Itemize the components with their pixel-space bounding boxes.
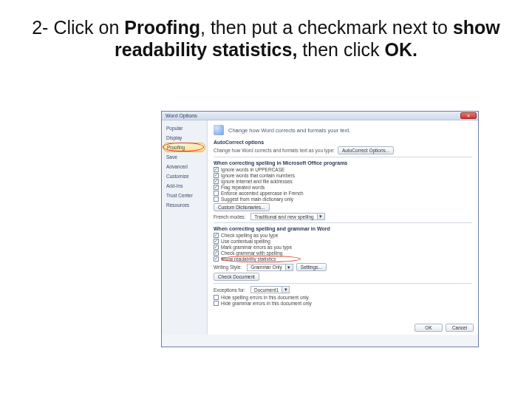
section1-title: When correcting spelling in Microsoft Of… xyxy=(214,160,472,166)
header-text: Change how Word corrects and formats you… xyxy=(228,127,350,134)
custom-dictionaries-button[interactable]: Custom Dictionaries... xyxy=(214,203,270,211)
settings-button[interactable]: Settings... xyxy=(296,263,327,271)
writing-style-dropdown[interactable]: Grammar Only ▾ xyxy=(247,264,293,271)
checkbox-french-accent[interactable] xyxy=(214,191,219,196)
checkbox-ignore-numbers[interactable] xyxy=(214,173,219,178)
checkbox-hide-spelling[interactable] xyxy=(214,295,219,300)
sidebar-item-display[interactable]: Display xyxy=(162,133,207,143)
checkbox-grammar-type[interactable] xyxy=(214,245,219,250)
word-options-dialog: Word Options × Popular Display Proofing … xyxy=(161,111,479,347)
exceptions-dropdown[interactable]: Document1 ▾ xyxy=(250,286,290,293)
french-modes-dropdown[interactable]: Traditional and new spelling ▾ xyxy=(250,213,324,220)
dialog-title: Word Options xyxy=(166,113,197,118)
checkbox-check-spelling[interactable] xyxy=(214,233,219,238)
exceptions-label: Exceptions for: xyxy=(214,287,245,293)
sidebar-item-trust-center[interactable]: Trust Center xyxy=(162,191,207,200)
close-button[interactable]: × xyxy=(460,112,477,119)
readability-label: Show readability statistics xyxy=(221,256,276,262)
checkbox-ignore-urls[interactable] xyxy=(214,179,219,184)
check-document-button[interactable]: Check Document xyxy=(214,273,259,281)
sidebar-item-popular[interactable]: Popular xyxy=(162,123,207,133)
sidebar-item-addins[interactable]: Add-Ins xyxy=(162,181,207,191)
sidebar-item-proofing[interactable]: Proofing xyxy=(163,143,205,152)
sidebar-item-save[interactable]: Save xyxy=(162,152,207,162)
sidebar-item-customize[interactable]: Customize xyxy=(162,171,207,181)
checkbox-contextual[interactable] xyxy=(214,239,219,244)
chevron-down-icon: ▾ xyxy=(285,265,293,270)
autocorrect-title: AutoCorrect options xyxy=(214,140,472,145)
checkbox-suggest-main[interactable] xyxy=(214,197,219,202)
autocorrect-options-button[interactable]: AutoCorrect Options... xyxy=(338,146,394,154)
ok-button[interactable]: OK xyxy=(415,324,443,332)
chevron-down-icon: ▾ xyxy=(282,287,289,293)
checkbox-readability[interactable] xyxy=(214,256,219,262)
checkbox-ignore-upper[interactable] xyxy=(214,167,219,172)
checkbox-hide-grammar[interactable] xyxy=(214,301,219,306)
sidebar-item-resources[interactable]: Resources xyxy=(162,200,207,210)
header-icon xyxy=(214,125,224,135)
section2-title: When correcting spelling and grammar in … xyxy=(214,226,472,231)
cancel-button[interactable]: Cancel xyxy=(446,324,474,332)
checkbox-flag-repeated[interactable] xyxy=(214,185,219,190)
chevron-down-icon: ▾ xyxy=(317,214,324,219)
titlebar: Word Options × xyxy=(162,112,478,120)
french-modes-label: French modes: xyxy=(214,214,245,219)
autocorrect-desc: Change how Word corrects and formats tex… xyxy=(214,148,335,153)
instruction-text: 2- Click on Proofing, then put a checkma… xyxy=(0,0,532,68)
sidebar: Popular Display Proofing Save Advanced C… xyxy=(162,120,208,335)
writing-style-label: Writing Style: xyxy=(214,265,242,270)
checkbox-grammar-with-spelling[interactable] xyxy=(214,250,219,256)
main-panel: Change how Word corrects and formats you… xyxy=(208,120,478,335)
sidebar-item-advanced[interactable]: Advanced xyxy=(162,162,207,171)
